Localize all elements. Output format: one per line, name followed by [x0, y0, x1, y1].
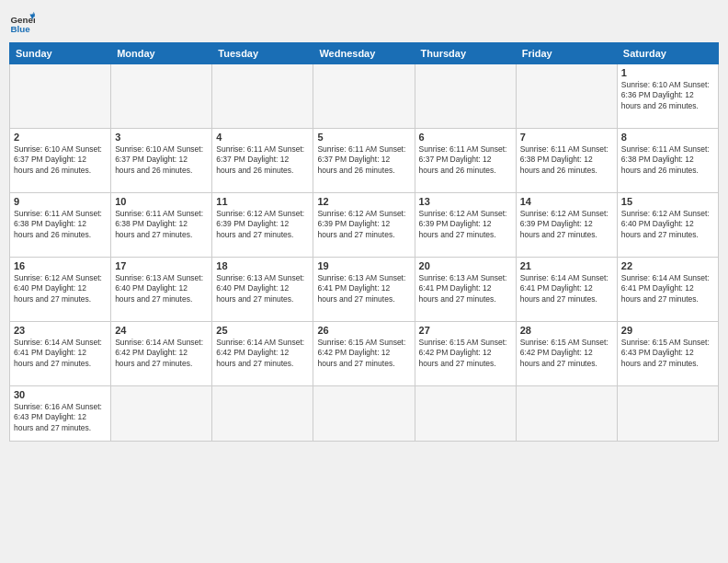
calendar-cell: 17Sunrise: 6:13 AM Sunset: 6:40 PM Dayli… — [111, 258, 212, 322]
day-info: Sunrise: 6:12 AM Sunset: 6:39 PM Dayligh… — [419, 209, 512, 240]
calendar-week-row: 1Sunrise: 6:10 AM Sunset: 6:36 PM Daylig… — [10, 64, 719, 129]
day-number: 20 — [419, 260, 512, 271]
col-header-saturday: Saturday — [617, 43, 718, 64]
day-number: 9 — [14, 196, 107, 207]
calendar-cell — [111, 386, 212, 442]
day-info: Sunrise: 6:11 AM Sunset: 6:38 PM Dayligh… — [14, 209, 107, 240]
col-header-sunday: Sunday — [10, 43, 111, 64]
day-number: 26 — [317, 325, 410, 336]
calendar-cell: 6Sunrise: 6:11 AM Sunset: 6:37 PM Daylig… — [415, 129, 516, 193]
calendar-cell: 23Sunrise: 6:14 AM Sunset: 6:41 PM Dayli… — [10, 322, 111, 386]
day-info: Sunrise: 6:14 AM Sunset: 6:42 PM Dayligh… — [115, 338, 208, 369]
calendar-cell: 25Sunrise: 6:14 AM Sunset: 6:42 PM Dayli… — [212, 322, 313, 386]
calendar-cell: 13Sunrise: 6:12 AM Sunset: 6:39 PM Dayli… — [415, 193, 516, 258]
day-number: 27 — [419, 325, 512, 336]
calendar-cell: 4Sunrise: 6:11 AM Sunset: 6:37 PM Daylig… — [212, 129, 313, 193]
calendar-cell: 27Sunrise: 6:15 AM Sunset: 6:42 PM Dayli… — [415, 322, 516, 386]
day-number: 21 — [520, 260, 613, 271]
calendar-page: General Blue SundayMondayTuesdayWednesda… — [0, 0, 728, 563]
calendar-cell — [212, 64, 313, 129]
calendar-cell: 24Sunrise: 6:14 AM Sunset: 6:42 PM Dayli… — [111, 322, 212, 386]
day-number: 7 — [520, 132, 613, 143]
calendar-cell — [313, 64, 415, 129]
day-number: 25 — [216, 325, 309, 336]
day-number: 13 — [419, 196, 512, 207]
svg-text:Blue: Blue — [10, 24, 30, 34]
day-number: 8 — [621, 132, 714, 143]
day-info: Sunrise: 6:15 AM Sunset: 6:42 PM Dayligh… — [317, 338, 410, 369]
calendar-cell: 20Sunrise: 6:13 AM Sunset: 6:41 PM Dayli… — [415, 258, 516, 322]
calendar-cell — [415, 386, 516, 442]
calendar-cell: 30Sunrise: 6:16 AM Sunset: 6:43 PM Dayli… — [10, 386, 111, 442]
day-info: Sunrise: 6:10 AM Sunset: 6:37 PM Dayligh… — [14, 144, 107, 176]
calendar-cell: 19Sunrise: 6:13 AM Sunset: 6:41 PM Dayli… — [313, 258, 415, 322]
day-number: 18 — [216, 260, 309, 271]
calendar-week-row: 16Sunrise: 6:12 AM Sunset: 6:40 PM Dayli… — [10, 258, 719, 322]
day-info: Sunrise: 6:13 AM Sunset: 6:40 PM Dayligh… — [216, 273, 309, 304]
day-info: Sunrise: 6:10 AM Sunset: 6:36 PM Dayligh… — [621, 80, 714, 111]
calendar-cell: 5Sunrise: 6:11 AM Sunset: 6:37 PM Daylig… — [313, 129, 415, 193]
calendar-cell: 16Sunrise: 6:12 AM Sunset: 6:40 PM Dayli… — [10, 258, 111, 322]
calendar-cell: 18Sunrise: 6:13 AM Sunset: 6:40 PM Dayli… — [212, 258, 313, 322]
day-number: 4 — [216, 132, 309, 143]
day-info: Sunrise: 6:15 AM Sunset: 6:43 PM Dayligh… — [621, 338, 714, 369]
col-header-tuesday: Tuesday — [212, 43, 313, 64]
calendar-cell — [516, 386, 617, 442]
col-header-thursday: Thursday — [415, 43, 516, 64]
day-number: 24 — [115, 325, 208, 336]
day-info: Sunrise: 6:12 AM Sunset: 6:39 PM Dayligh… — [520, 209, 613, 240]
day-info: Sunrise: 6:12 AM Sunset: 6:39 PM Dayligh… — [317, 209, 410, 240]
day-info: Sunrise: 6:14 AM Sunset: 6:41 PM Dayligh… — [621, 273, 714, 304]
day-number: 17 — [115, 260, 208, 271]
col-header-wednesday: Wednesday — [313, 43, 415, 64]
calendar-cell: 21Sunrise: 6:14 AM Sunset: 6:41 PM Dayli… — [516, 258, 617, 322]
col-header-friday: Friday — [516, 43, 617, 64]
logo-icon: General Blue — [9, 9, 35, 35]
day-number: 3 — [115, 132, 208, 143]
calendar-cell — [415, 64, 516, 129]
day-info: Sunrise: 6:10 AM Sunset: 6:37 PM Dayligh… — [115, 144, 208, 176]
day-info: Sunrise: 6:14 AM Sunset: 6:41 PM Dayligh… — [520, 273, 613, 304]
calendar-week-row: 9Sunrise: 6:11 AM Sunset: 6:38 PM Daylig… — [10, 193, 719, 258]
calendar-cell: 8Sunrise: 6:11 AM Sunset: 6:38 PM Daylig… — [617, 129, 718, 193]
day-number: 22 — [621, 260, 714, 271]
calendar-week-row: 2Sunrise: 6:10 AM Sunset: 6:37 PM Daylig… — [10, 129, 719, 193]
day-info: Sunrise: 6:14 AM Sunset: 6:41 PM Dayligh… — [14, 338, 107, 369]
day-info: Sunrise: 6:11 AM Sunset: 6:37 PM Dayligh… — [419, 144, 512, 176]
calendar-cell: 26Sunrise: 6:15 AM Sunset: 6:42 PM Dayli… — [313, 322, 415, 386]
header: General Blue — [9, 9, 719, 35]
day-number: 28 — [520, 325, 613, 336]
calendar-cell: 9Sunrise: 6:11 AM Sunset: 6:38 PM Daylig… — [10, 193, 111, 258]
day-info: Sunrise: 6:12 AM Sunset: 6:40 PM Dayligh… — [621, 209, 714, 240]
day-info: Sunrise: 6:13 AM Sunset: 6:40 PM Dayligh… — [115, 273, 208, 304]
col-header-monday: Monday — [111, 43, 212, 64]
day-info: Sunrise: 6:12 AM Sunset: 6:39 PM Dayligh… — [216, 209, 309, 240]
day-number: 16 — [14, 260, 107, 271]
day-info: Sunrise: 6:14 AM Sunset: 6:42 PM Dayligh… — [216, 338, 309, 369]
calendar-cell: 11Sunrise: 6:12 AM Sunset: 6:39 PM Dayli… — [212, 193, 313, 258]
day-number: 1 — [621, 67, 714, 78]
calendar-cell: 3Sunrise: 6:10 AM Sunset: 6:37 PM Daylig… — [111, 129, 212, 193]
day-number: 6 — [419, 132, 512, 143]
day-info: Sunrise: 6:11 AM Sunset: 6:37 PM Dayligh… — [216, 144, 309, 176]
calendar-header-row: SundayMondayTuesdayWednesdayThursdayFrid… — [10, 43, 719, 64]
calendar-week-row: 30Sunrise: 6:16 AM Sunset: 6:43 PM Dayli… — [10, 386, 719, 442]
calendar-cell: 10Sunrise: 6:11 AM Sunset: 6:38 PM Dayli… — [111, 193, 212, 258]
day-number: 19 — [317, 260, 410, 271]
calendar-cell — [111, 64, 212, 129]
calendar-cell — [617, 386, 718, 442]
day-info: Sunrise: 6:16 AM Sunset: 6:43 PM Dayligh… — [14, 402, 107, 433]
day-number: 29 — [621, 325, 714, 336]
day-info: Sunrise: 6:15 AM Sunset: 6:42 PM Dayligh… — [419, 338, 512, 369]
day-info: Sunrise: 6:11 AM Sunset: 6:38 PM Dayligh… — [115, 209, 208, 240]
day-number: 30 — [14, 389, 107, 400]
day-number: 12 — [317, 196, 410, 207]
calendar-cell — [212, 386, 313, 442]
calendar-cell: 2Sunrise: 6:10 AM Sunset: 6:37 PM Daylig… — [10, 129, 111, 193]
day-number: 14 — [520, 196, 613, 207]
day-info: Sunrise: 6:11 AM Sunset: 6:37 PM Dayligh… — [317, 144, 410, 176]
day-number: 2 — [14, 132, 107, 143]
day-number: 5 — [317, 132, 410, 143]
calendar-cell: 1Sunrise: 6:10 AM Sunset: 6:36 PM Daylig… — [617, 64, 718, 129]
day-info: Sunrise: 6:11 AM Sunset: 6:38 PM Dayligh… — [621, 144, 714, 176]
